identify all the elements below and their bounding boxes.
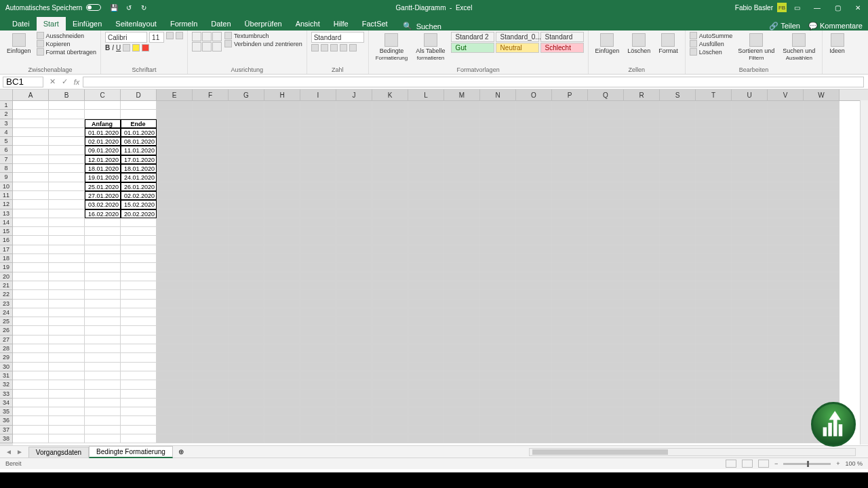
cell[interactable]: [732, 281, 768, 290]
cell[interactable]: [49, 434, 85, 443]
cell[interactable]: [49, 336, 85, 344]
find-select-button[interactable]: Suchen undAuswählen: [780, 32, 818, 62]
cell[interactable]: [49, 182, 85, 191]
style-standard2[interactable]: Standard 2: [451, 32, 494, 42]
cell[interactable]: [49, 227, 85, 236]
cell[interactable]: [768, 236, 804, 245]
cell[interactable]: [85, 434, 121, 443]
zoom-in-icon[interactable]: +: [836, 460, 840, 467]
cell[interactable]: [300, 363, 336, 371]
cell[interactable]: [408, 200, 444, 209]
cell[interactable]: [804, 200, 840, 209]
cell[interactable]: [804, 128, 840, 137]
row-header-14[interactable]: 14: [0, 218, 13, 227]
cell[interactable]: [264, 380, 300, 389]
cell[interactable]: [85, 300, 121, 308]
cell[interactable]: [372, 434, 408, 443]
cell[interactable]: [121, 326, 157, 335]
cell[interactable]: [229, 380, 264, 389]
cell[interactable]: [480, 326, 516, 335]
cell[interactable]: [588, 119, 624, 128]
cell[interactable]: [444, 263, 480, 272]
cell[interactable]: [516, 191, 552, 200]
cell[interactable]: [121, 399, 157, 407]
minimize-icon[interactable]: —: [807, 4, 827, 12]
cell[interactable]: [624, 218, 660, 227]
cell[interactable]: [732, 101, 768, 110]
cell[interactable]: [516, 371, 552, 380]
cell[interactable]: [49, 290, 85, 299]
cell[interactable]: [480, 146, 516, 155]
cell[interactable]: [229, 416, 264, 425]
underline-button[interactable]: U: [116, 44, 121, 52]
cell[interactable]: [588, 218, 624, 227]
cell[interactable]: [372, 101, 408, 110]
cell[interactable]: [768, 254, 804, 263]
cell[interactable]: [624, 371, 660, 380]
cell[interactable]: [624, 101, 660, 110]
cell[interactable]: [696, 371, 732, 380]
cell[interactable]: [193, 336, 229, 344]
cell[interactable]: [85, 326, 121, 335]
cell[interactable]: [480, 426, 516, 434]
column-header-M[interactable]: M: [444, 89, 480, 100]
cell[interactable]: [85, 371, 121, 380]
delete-cells-button[interactable]: Löschen: [625, 32, 653, 56]
cell[interactable]: 25.01.2020: [85, 182, 121, 191]
cell[interactable]: [121, 263, 157, 272]
cell[interactable]: [480, 200, 516, 209]
cell[interactable]: [300, 128, 336, 137]
cell[interactable]: [516, 344, 552, 353]
cell[interactable]: [336, 344, 372, 353]
cell[interactable]: [732, 317, 768, 326]
cell[interactable]: [229, 218, 264, 227]
cell[interactable]: [552, 308, 588, 317]
cell[interactable]: [372, 371, 408, 380]
cell[interactable]: [229, 182, 264, 191]
cell[interactable]: [193, 371, 229, 380]
cell[interactable]: [804, 272, 840, 281]
cell[interactable]: [229, 399, 264, 407]
cell[interactable]: [768, 371, 804, 380]
cell[interactable]: [336, 281, 372, 290]
cell[interactable]: [552, 227, 588, 236]
cell[interactable]: [372, 353, 408, 362]
cell[interactable]: [193, 173, 229, 182]
cell[interactable]: [732, 119, 768, 128]
cell[interactable]: [157, 128, 193, 137]
cell[interactable]: [13, 416, 49, 425]
cell[interactable]: [732, 344, 768, 353]
cell[interactable]: [516, 363, 552, 371]
style-standard[interactable]: Standard: [540, 32, 584, 42]
cell[interactable]: [229, 272, 264, 281]
cell[interactable]: [516, 254, 552, 263]
cell[interactable]: [696, 336, 732, 344]
row-header-27[interactable]: 27: [0, 336, 13, 344]
cell[interactable]: [552, 119, 588, 128]
cell[interactable]: [13, 308, 49, 317]
cell[interactable]: [300, 182, 336, 191]
sheet-tab-bedingte[interactable]: Bedingte Formatierung: [89, 446, 173, 458]
cell[interactable]: [768, 146, 804, 155]
tell-me-search[interactable]: 🔍 Suchen: [403, 22, 441, 30]
cell[interactable]: [444, 308, 480, 317]
cell[interactable]: [121, 344, 157, 353]
cell[interactable]: [157, 119, 193, 128]
cell[interactable]: [480, 416, 516, 425]
cell[interactable]: [229, 236, 264, 245]
cell[interactable]: [408, 281, 444, 290]
cell[interactable]: [193, 209, 229, 218]
wrap-text-button[interactable]: Textumbruch: [224, 32, 302, 39]
cell[interactable]: [85, 101, 121, 110]
cell[interactable]: 27.01.2020: [85, 191, 121, 200]
undo-icon[interactable]: ↺: [124, 3, 134, 12]
cell[interactable]: [264, 191, 300, 200]
cell[interactable]: [264, 326, 300, 335]
cell[interactable]: [660, 416, 696, 425]
cell[interactable]: [85, 227, 121, 236]
cell[interactable]: 26.01.2020: [121, 182, 157, 191]
cell[interactable]: [49, 344, 85, 353]
row-header-36[interactable]: 36: [0, 416, 13, 425]
cell[interactable]: [732, 326, 768, 335]
cell[interactable]: [336, 254, 372, 263]
